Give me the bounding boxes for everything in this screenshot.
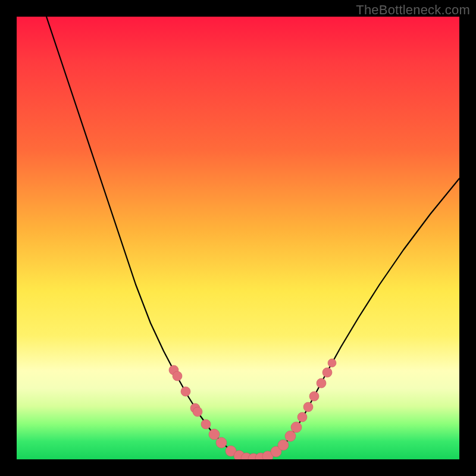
chart-svg <box>17 17 459 459</box>
data-dot <box>285 431 296 441</box>
data-dot <box>216 437 227 448</box>
curve-group <box>46 17 459 459</box>
data-dot <box>193 407 202 416</box>
data-dot <box>328 359 336 367</box>
data-dot <box>298 412 307 422</box>
data-dot <box>181 387 190 396</box>
data-dot <box>317 378 326 388</box>
dot-group <box>169 359 336 459</box>
watermark-text: TheBottleneck.com <box>356 2 470 18</box>
plot-area <box>17 17 459 459</box>
data-dot <box>209 429 220 440</box>
data-dot <box>173 371 182 381</box>
data-dot <box>322 368 332 377</box>
data-dot <box>309 392 319 401</box>
data-dot <box>303 402 313 412</box>
data-dot <box>278 440 289 450</box>
data-dot <box>291 422 302 433</box>
curve-left-branch <box>46 17 238 455</box>
chart-frame: TheBottleneck.com <box>0 0 476 476</box>
data-dot <box>201 419 211 429</box>
